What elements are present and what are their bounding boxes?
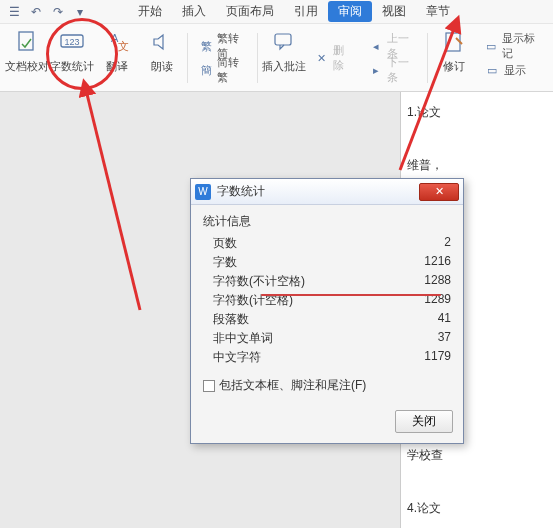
stat-label: 字符数(不计空格) — [213, 273, 305, 290]
read-aloud-label: 朗读 — [151, 59, 173, 74]
prev-icon: ◂ — [369, 38, 383, 54]
stat-row: 字数1216 — [213, 253, 451, 272]
doc-line — [407, 471, 553, 491]
dialog-close-x-button[interactable]: ✕ — [419, 183, 459, 201]
dialog-footer: 关闭 — [191, 404, 463, 443]
dialog-body: 统计信息 页数2 字数1216 字符数(不计空格)1288 字符数(计空格)12… — [191, 205, 463, 404]
doc-line — [407, 128, 553, 148]
stat-row: 中文字符1179 — [213, 348, 451, 367]
tab-start[interactable]: 开始 — [128, 1, 172, 22]
undo-icon[interactable]: ↶ — [28, 4, 44, 20]
track-changes-button[interactable]: 修订 — [431, 28, 476, 88]
word-count-icon: 123 — [58, 28, 86, 56]
tab-section[interactable]: 章节 — [416, 1, 460, 22]
prev-comment-button[interactable]: ◂ 上一条 — [365, 35, 420, 57]
comment-nav-group: ✕ 删除 — [306, 28, 361, 88]
prev-next-group: ◂ 上一条 ▸ 下一条 — [361, 28, 424, 88]
show-group: ▭ 显示标记 ▭ 显示 — [476, 28, 549, 88]
stat-row: 非中文单词37 — [213, 329, 451, 348]
doc-line: 学校查 — [407, 445, 553, 465]
svg-rect-5 — [275, 34, 291, 45]
include-checkbox-row[interactable]: 包括文本框、脚注和尾注(F) — [203, 377, 451, 394]
separator — [427, 33, 428, 83]
svg-text:文: 文 — [118, 40, 129, 52]
delete-comment-button[interactable]: ✕ 删除 — [310, 47, 357, 69]
track-icon — [440, 28, 468, 56]
simp-char-icon: 繁 — [199, 38, 213, 54]
doc-check-label: 文档校对 — [5, 59, 49, 74]
svg-rect-0 — [19, 32, 33, 50]
save-icon[interactable]: ☰ — [6, 4, 22, 20]
checkbox-label: 包括文本框、脚注和尾注(F) — [219, 377, 366, 394]
tab-view[interactable]: 视图 — [372, 1, 416, 22]
insert-comment-button[interactable]: 插入批注 — [261, 28, 306, 88]
show-markup-button[interactable]: ▭ 显示标记 — [480, 35, 545, 57]
tab-reference[interactable]: 引用 — [284, 1, 328, 22]
svg-rect-6 — [446, 33, 460, 51]
markup-icon: ▭ — [484, 38, 498, 54]
word-count-dialog: W 字数统计 ✕ 统计信息 页数2 字数1216 字符数(不计空格)1288 字… — [190, 178, 464, 444]
dialog-title: 字数统计 — [217, 183, 419, 200]
word-count-label: 字数统计 — [50, 59, 94, 74]
stat-value: 1216 — [424, 254, 451, 271]
stat-value: 1179 — [424, 349, 451, 366]
quick-access: ☰ ↶ ↷ ▾ — [6, 4, 88, 20]
ribbon-tabs: 开始 插入 页面布局 引用 审阅 视图 章节 — [128, 1, 460, 22]
stat-row: 字符数(不计空格)1288 — [213, 272, 451, 291]
doc-line: 1.论文 — [407, 102, 553, 122]
ribbon: 文档校对 123 字数统计 A文 翻译 朗读 繁 繁转简 簡 简转繁 插入批注 … — [0, 24, 553, 92]
stat-value: 37 — [438, 330, 451, 347]
dialog-titlebar[interactable]: W 字数统计 ✕ — [191, 179, 463, 205]
show-label: 显示 — [504, 63, 526, 78]
show-button[interactable]: ▭ 显示 — [480, 59, 545, 81]
trad-to-simp-label: 简转繁 — [217, 55, 246, 85]
annotation-underline — [261, 294, 441, 296]
redo-icon[interactable]: ↷ — [50, 4, 66, 20]
track-label: 修订 — [443, 59, 465, 74]
insert-comment-label: 插入批注 — [262, 59, 306, 74]
tab-review[interactable]: 审阅 — [328, 1, 372, 22]
read-aloud-icon — [148, 28, 176, 56]
stat-label: 非中文单词 — [213, 330, 273, 347]
doc-line: 维普， — [407, 155, 553, 175]
stat-value: 1288 — [424, 273, 451, 290]
separator — [257, 33, 258, 83]
conversion-group: 繁 繁转简 簡 简转繁 — [191, 28, 254, 88]
trad-char-icon: 簡 — [199, 62, 213, 78]
stats-list: 页数2 字数1216 字符数(不计空格)1288 字符数(计空格)1289 段落… — [203, 234, 451, 367]
app-logo-icon: W — [195, 184, 211, 200]
menu-icon[interactable]: ▾ — [72, 4, 88, 20]
stat-value: 41 — [438, 311, 451, 328]
stats-section-label: 统计信息 — [203, 213, 451, 230]
close-button[interactable]: 关闭 — [395, 410, 453, 433]
translate-button[interactable]: A文 翻译 — [94, 28, 139, 88]
delete-icon: ✕ — [314, 50, 329, 66]
read-aloud-button[interactable]: 朗读 — [139, 28, 184, 88]
stat-label: 页数 — [213, 235, 237, 252]
svg-text:123: 123 — [64, 37, 79, 47]
tab-strip: ☰ ↶ ↷ ▾ 开始 插入 页面布局 引用 审阅 视图 章节 — [0, 0, 553, 24]
next-label: 下一条 — [387, 55, 416, 85]
comment-icon — [270, 28, 298, 56]
delete-label: 删除 — [333, 43, 353, 73]
doc-check-icon — [13, 28, 41, 56]
doc-check-button[interactable]: 文档校对 — [4, 28, 49, 88]
next-comment-button[interactable]: ▸ 下一条 — [365, 59, 420, 81]
stat-label: 字数 — [213, 254, 237, 271]
tab-insert[interactable]: 插入 — [172, 1, 216, 22]
separator — [187, 33, 188, 83]
tab-layout[interactable]: 页面布局 — [216, 1, 284, 22]
stat-row: 页数2 — [213, 234, 451, 253]
doc-line: 4.论文 — [407, 498, 553, 518]
stat-label: 段落数 — [213, 311, 249, 328]
checkbox-icon[interactable] — [203, 380, 215, 392]
translate-label: 翻译 — [106, 59, 128, 74]
show-icon: ▭ — [484, 62, 500, 78]
stat-label: 中文字符 — [213, 349, 261, 366]
trad-to-simp-button[interactable]: 簡 简转繁 — [195, 59, 250, 81]
stat-row: 段落数41 — [213, 310, 451, 329]
simp-to-trad-button[interactable]: 繁 繁转简 — [195, 35, 250, 57]
stat-value: 2 — [444, 235, 451, 252]
translate-icon: A文 — [103, 28, 131, 56]
word-count-button[interactable]: 123 字数统计 — [49, 28, 94, 88]
